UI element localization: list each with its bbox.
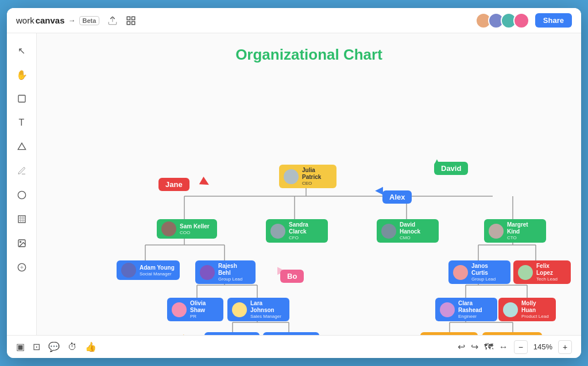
- node-molly-title: Product Lead: [521, 314, 551, 319]
- app-window: workcanvas → Beta Share: [7, 8, 581, 358]
- node-ava-name: Ava Ramirez: [505, 334, 537, 335]
- avatar-molly: [503, 302, 518, 317]
- node-sam[interactable]: Sam Keller COO: [157, 219, 217, 239]
- node-felix-name: Felix Lopez: [536, 263, 566, 277]
- topbar: workcanvas → Beta Share: [7, 8, 581, 33]
- avatar-felix: [518, 265, 533, 280]
- node-felix-title: Tech Lead: [536, 277, 566, 282]
- text-tool[interactable]: T: [14, 115, 30, 131]
- logo: workcanvas → Beta: [16, 15, 99, 25]
- node-felix[interactable]: Felix Lopez Tech Lead: [513, 260, 571, 284]
- node-janos-name: Janos Curtis: [471, 263, 506, 277]
- node-jalen[interactable]: Jalen Reed IT Rep.: [204, 332, 260, 335]
- node-sam-name: Sam Keller: [180, 223, 210, 230]
- topbar-left: workcanvas → Beta: [16, 14, 137, 27]
- add-tool[interactable]: [14, 259, 30, 275]
- node-clara[interactable]: Clara Rashead Engineer: [435, 298, 497, 321]
- node-elijah-name: Elijah Percy: [286, 334, 315, 335]
- svg-rect-1: [127, 17, 130, 20]
- node-julia[interactable]: Julia Patrick CEO: [279, 165, 336, 188]
- node-sandra[interactable]: Sandra Clarck CFO: [266, 219, 328, 243]
- node-molly-text: Molly Huan Product Lead: [521, 300, 551, 319]
- node-sam-title: COO: [180, 230, 210, 235]
- avatar-rajesh: [200, 265, 215, 280]
- avatar-julia: [284, 169, 299, 184]
- map-icon[interactable]: 🗺: [484, 342, 493, 352]
- node-joe-text: Joe Ramos Developer: [443, 334, 473, 335]
- node-ava[interactable]: Ava Ramirez Developer: [482, 332, 542, 335]
- circle-tool[interactable]: [14, 187, 30, 203]
- svg-rect-4: [132, 21, 135, 24]
- avatar-sam: [161, 221, 176, 236]
- pen-tool[interactable]: [14, 163, 30, 179]
- topbar-icons: [106, 14, 137, 27]
- node-margret-name: Margret Kind: [507, 221, 541, 235]
- cursor-michael: ▶: [179, 332, 192, 335]
- comment-icon[interactable]: 💬: [48, 341, 60, 352]
- node-margret-text: Margret Kind CTO: [507, 221, 541, 240]
- annotation-david: David: [434, 162, 468, 175]
- annotation-alex: Alex: [382, 190, 412, 204]
- node-elijah[interactable]: Elijah Percy IT Rep.: [263, 332, 319, 335]
- node-adam-title: Social Manager: [140, 271, 175, 277]
- node-david-h-title: CMO: [400, 235, 434, 240]
- node-adam[interactable]: Adam Young Social Manager: [117, 260, 180, 280]
- zoom-in-button[interactable]: +: [558, 340, 572, 354]
- cursor-jane: ▶: [198, 174, 212, 190]
- upload-icon[interactable]: [106, 14, 119, 27]
- zoom-level: 145%: [533, 342, 552, 351]
- share-button[interactable]: Share: [535, 13, 572, 28]
- image-tool[interactable]: [14, 235, 30, 251]
- hand-tool[interactable]: ✋: [14, 67, 30, 83]
- node-rajesh[interactable]: Rajesh Behl Group Lead: [195, 260, 256, 284]
- node-sandra-name: Sandra Clarck: [289, 221, 323, 235]
- node-ava-text: Ava Ramirez Developer: [505, 334, 537, 335]
- main-area: ↖ ✋ T: [7, 33, 581, 335]
- node-joe[interactable]: Joe Ramos Developer: [420, 332, 478, 335]
- svg-point-7: [18, 191, 25, 198]
- node-lara-name: Lara Johnson: [250, 300, 285, 314]
- redo-icon[interactable]: ↪: [471, 341, 478, 352]
- node-jalen-name: Jalen Reed: [227, 334, 255, 335]
- connections-svg: [74, 73, 544, 335]
- node-rajesh-title: Group Lead: [218, 277, 251, 282]
- shape-tool[interactable]: [14, 139, 30, 155]
- node-sandra-title: CFO: [289, 235, 323, 240]
- frame-icon[interactable]: ⊡: [33, 341, 40, 352]
- fit-icon[interactable]: ↔: [499, 342, 508, 352]
- timer-icon[interactable]: ⏱: [68, 342, 77, 352]
- org-chart: Jane ▶ Alex ▶ David ▲ Bo ▶ Michael ▶: [74, 73, 544, 335]
- node-felix-text: Felix Lopez Tech Lead: [536, 263, 566, 282]
- svg-point-14: [20, 242, 21, 243]
- canvas-area: Organizational Chart: [37, 33, 581, 335]
- rect-tool[interactable]: [14, 91, 30, 107]
- node-julia-name: Julia Patrick: [302, 167, 332, 181]
- logo-canvas: canvas: [36, 15, 65, 25]
- chart-title: Organizational Chart: [235, 46, 382, 64]
- node-lara-text: Lara Johnson Sales Manager: [250, 300, 285, 319]
- node-molly[interactable]: Molly Huan Product Lead: [498, 298, 556, 321]
- node-sandra-text: Sandra Clarck CFO: [289, 221, 323, 240]
- table-tool[interactable]: [14, 211, 30, 227]
- node-lara-title: Sales Manager: [250, 314, 285, 319]
- node-david-h-text: David Hanock CMO: [400, 221, 434, 240]
- select-tool[interactable]: ↖: [14, 42, 30, 59]
- left-toolbar: ↖ ✋ T: [7, 33, 37, 335]
- svg-marker-6: [18, 143, 25, 149]
- grid-icon[interactable]: [125, 14, 137, 27]
- like-icon[interactable]: 👍: [85, 341, 96, 352]
- bottom-right: ↩ ↪ 🗺 ↔ − 145% +: [458, 340, 572, 354]
- node-lara[interactable]: Lara Johnson Sales Manager: [227, 298, 289, 321]
- node-rajesh-text: Rajesh Behl Group Lead: [218, 263, 251, 282]
- chart-container: Organizational Chart: [37, 33, 581, 335]
- node-olivia[interactable]: Olivia Shaw PR: [167, 298, 223, 321]
- node-margret-title: CTO: [507, 235, 541, 240]
- undo-icon[interactable]: ↩: [458, 341, 465, 352]
- node-janos[interactable]: Janos Curtis Group Lead: [448, 260, 510, 284]
- beta-tag: Beta: [79, 16, 100, 25]
- node-david-h[interactable]: David Hanock CMO: [377, 219, 439, 243]
- node-margret[interactable]: Margret Kind CTO: [484, 219, 546, 243]
- zoom-out-button[interactable]: −: [514, 340, 528, 354]
- panel-icon[interactable]: ▣: [16, 341, 25, 352]
- node-julia-title: CEO: [302, 181, 332, 186]
